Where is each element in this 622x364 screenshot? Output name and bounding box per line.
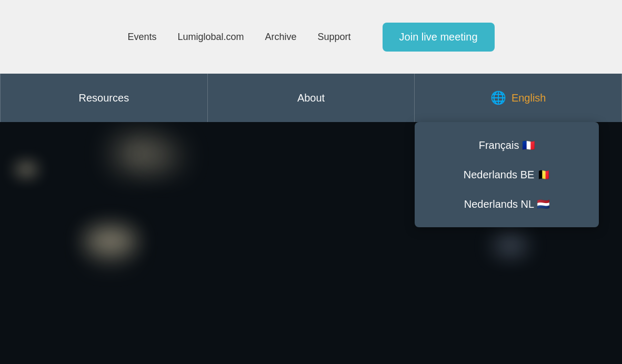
nav-events[interactable]: Events — [127, 32, 156, 43]
globe-icon: 🌐 — [490, 90, 506, 105]
nav-about[interactable]: About — [208, 74, 415, 122]
nav-support[interactable]: Support — [318, 32, 351, 43]
language-label: English — [511, 92, 546, 104]
language-dropdown: Français 🇫🇷 Nederlands BE 🇧🇪 Nederlands … — [415, 122, 599, 227]
flag-nl-nl: 🇳🇱 — [537, 198, 550, 210]
bokeh-light-4 — [95, 238, 126, 254]
language-selector[interactable]: 🌐 English Français 🇫🇷 Nederlands BE 🇧🇪 N… — [415, 74, 622, 122]
secondary-nav: Resources About 🌐 English Français 🇫🇷 Ne… — [0, 74, 622, 122]
language-option-nl-be[interactable]: Nederlands BE 🇧🇪 — [415, 160, 599, 189]
flag-nl-be: 🇧🇪 — [537, 169, 550, 180]
bokeh-light-2 — [147, 148, 179, 164]
join-live-meeting-button[interactable]: Join live meeting — [383, 23, 495, 52]
nav-lumiglobal[interactable]: Lumiglobal.com — [177, 32, 244, 43]
bokeh-light-6 — [495, 238, 526, 254]
language-option-fr[interactable]: Français 🇫🇷 — [415, 130, 599, 160]
nav-archive[interactable]: Archive — [265, 32, 297, 43]
bokeh-light-7 — [16, 164, 37, 175]
language-option-nl-nl[interactable]: Nederlands NL 🇳🇱 — [415, 189, 599, 219]
nav-resources[interactable]: Resources — [0, 74, 208, 122]
top-nav: Events Lumiglobal.com Archive Support Jo… — [0, 0, 622, 74]
flag-fr: 🇫🇷 — [522, 139, 535, 151]
